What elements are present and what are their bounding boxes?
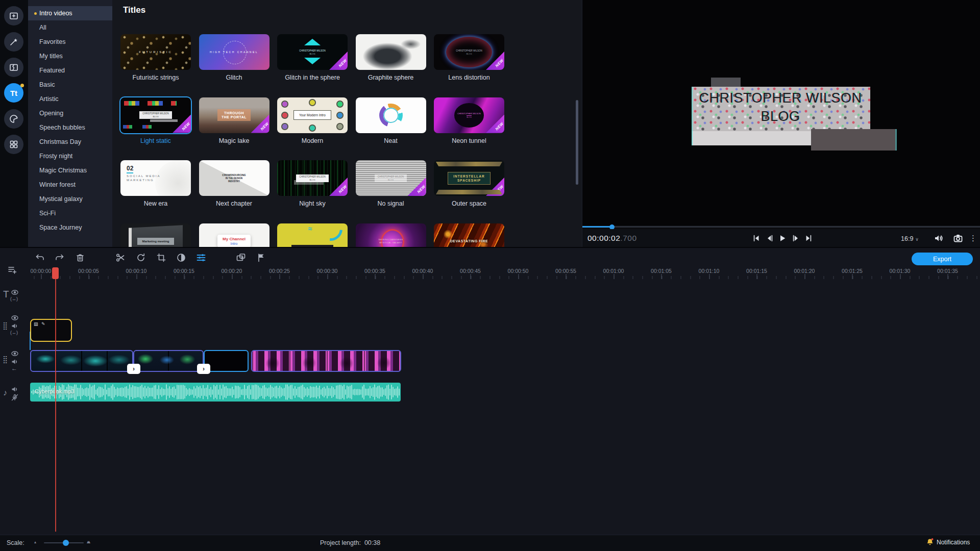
category-item-winter-forest[interactable]: Winter forest (28, 178, 112, 192)
transitions-button[interactable] (4, 58, 23, 77)
category-item-artistic[interactable]: Artistic (28, 92, 112, 106)
overlay-clip-button[interactable] (236, 253, 246, 263)
title-item-no-signal[interactable]: CHRISTOPHER WILSONBLOGNEWNo signal (356, 160, 426, 211)
thumbnail[interactable]: CHRISTOPHER WILSONBLOGNEW (277, 160, 348, 196)
zoom-in-icon[interactable]: ▴▴ (87, 539, 89, 544)
title-item-night-sky[interactable]: CHRISTOPHER WILSONBLOGNEWNight sky (277, 160, 348, 211)
category-item-speech-bubbles[interactable]: Speech bubbles (28, 120, 112, 135)
overlay-track-mute-icon[interactable] (11, 322, 19, 330)
grid-scrollbar[interactable] (576, 100, 578, 185)
title-item-yourlogo[interactable]: YOUR LOGO (277, 223, 348, 247)
category-item-featured[interactable]: Featured (28, 63, 112, 78)
preview-canvas[interactable]: CHRISTOPHER WILSON BLOG (582, 0, 980, 226)
thumbnail[interactable]: SHINING DARKNESSMYSTICAL GALAXY (356, 223, 426, 247)
title-track-link-icon[interactable]: (↔) (10, 296, 18, 302)
thumbnail[interactable]: My ChannelIntro (199, 223, 270, 247)
redo-button[interactable] (55, 253, 65, 263)
transition-indicator-2[interactable]: › (197, 364, 210, 374)
title-item-modern[interactable]: Your Modern IntroModern (277, 97, 348, 148)
thumbnail[interactable]: HIGH TECH CHANNEL (199, 34, 270, 70)
playhead-handle[interactable] (52, 267, 59, 279)
timeline-ruler[interactable]: 00:00:0000:00:0500:00:1000:00:1500:00:20… (0, 266, 980, 281)
category-item-all[interactable]: All (28, 20, 112, 35)
snapshot-camera-button[interactable] (953, 234, 963, 243)
category-item-christmas-day[interactable]: Christmas Day (28, 135, 112, 149)
overlay-track-link-icon[interactable]: (↔) (10, 330, 18, 335)
title-item-mychannel[interactable]: My ChannelIntro (199, 223, 270, 247)
title-item-marketing[interactable]: Marketing meeting (120, 223, 191, 247)
titles-button[interactable]: Tt (4, 83, 23, 103)
rotate-button[interactable] (136, 253, 146, 263)
stickers-button[interactable] (4, 109, 23, 129)
title-item-new-era[interactable]: 02SOCIAL MEDIAMARKETINGNew era (120, 160, 191, 211)
title-item-neon-tunnel[interactable]: CHRISTOPHER WILSONBLOGNEWNeon tunnel (434, 97, 504, 148)
title-item-lens-distortion[interactable]: CHRISTOPHER WILSONBLOGNEWLens distortion (434, 34, 504, 85)
volume-button[interactable] (934, 234, 944, 243)
title-item-light-static[interactable]: CHRISTOPHER WILSONBLOGNEWLight static (120, 97, 191, 148)
video-clip-1[interactable] (30, 350, 133, 372)
thumbnail[interactable]: Marketing meeting (120, 223, 191, 247)
title-track-visibility-icon[interactable] (11, 289, 19, 296)
video-clip-4[interactable] (251, 350, 401, 372)
crop-button[interactable] (156, 253, 166, 263)
title-clip[interactable]: ▤ ✎ (30, 319, 72, 342)
marker-flag-button[interactable] (256, 253, 266, 263)
play-button[interactable] (778, 234, 787, 242)
seek-track[interactable] (582, 226, 980, 228)
undo-button[interactable] (35, 253, 45, 263)
cut-button[interactable] (115, 253, 126, 263)
audio-clip[interactable]: Cyberpunk.mp3 (30, 383, 401, 402)
seek-bar[interactable] (582, 225, 980, 229)
category-item-basic[interactable]: Basic (28, 78, 112, 92)
notifications-button[interactable]: Notifications (926, 538, 970, 546)
more-tools-button[interactable] (4, 135, 23, 154)
thumbnail[interactable]: CHRISTOPHER WILSONBLOGNEW (356, 160, 426, 196)
thumbnail[interactable]: CHRISTOPHER WILSONBLOGNEW (434, 34, 504, 70)
category-item-my-titles[interactable]: My titles (28, 49, 112, 63)
thumbnail[interactable] (356, 97, 426, 133)
aspect-ratio-select[interactable]: 16:9∨ (901, 235, 919, 242)
zoom-out-icon[interactable]: ▴ (34, 540, 36, 544)
thumbnail[interactable]: THROUGHTHE PORTALNEW (199, 97, 270, 133)
delete-button[interactable] (75, 253, 85, 263)
transition-indicator-1[interactable]: › (127, 364, 140, 374)
title-item-fire[interactable]: DEVASTATING FIRE (434, 223, 504, 247)
thumbnail[interactable] (356, 34, 426, 70)
title-item-graphite-sphere[interactable]: Graphite sphere (356, 34, 426, 85)
overlay-track-visibility-icon[interactable] (11, 314, 19, 321)
audio-track-mic-muted-icon[interactable] (11, 394, 19, 401)
video-track-mute-icon[interactable] (11, 358, 19, 365)
thumbnail[interactable]: YOUR LOGO (277, 223, 348, 247)
title-item-next-chapter[interactable]: CROWDSOURCINGIN THE DESIGNINDUSTRYNext c… (199, 160, 270, 211)
category-item-frosty-night[interactable]: Frosty night (28, 149, 112, 163)
export-button[interactable]: Export (912, 253, 973, 265)
skip-to-start-button[interactable] (752, 234, 761, 242)
more-options-button[interactable]: ⋮ (969, 234, 977, 243)
title-item-futuristic-strings[interactable]: FUTURISTICFuturistic strings (120, 34, 191, 85)
next-frame-button[interactable] (791, 234, 800, 242)
category-item-magic-christmas[interactable]: Magic Christmas (28, 163, 112, 178)
color-adjustments-button[interactable] (176, 253, 186, 263)
title-item-glitch[interactable]: HIGH TECH CHANNELGlitch (199, 34, 270, 85)
title-item-magic-lake[interactable]: THROUGHTHE PORTALNEWMagic lake (199, 97, 270, 148)
category-item-space-journey[interactable]: Space Journey (28, 220, 112, 235)
category-item-mystical-galaxy[interactable]: Mystical galaxy (28, 192, 112, 206)
thumbnail[interactable]: CHRISTOPHER WILSONBLOGNEW (120, 97, 191, 133)
title-item-galaxy[interactable]: SHINING DARKNESSMYSTICAL GALAXY (356, 223, 426, 247)
video-clip-2[interactable] (133, 350, 204, 372)
thumbnail[interactable]: CHRISTOPHER WILSONBLOGNEW (277, 34, 348, 70)
clip-properties-button[interactable] (196, 253, 206, 263)
previous-frame-button[interactable] (765, 234, 774, 242)
thumbnail[interactable]: DEVASTATING FIRE (434, 223, 504, 247)
thumbnail[interactable]: FUTURISTIC (120, 34, 191, 70)
thumbnail[interactable]: CROWDSOURCINGIN THE DESIGNINDUSTRY (199, 160, 270, 196)
video-track-back-icon[interactable]: ← (11, 365, 17, 372)
filters-button[interactable] (4, 32, 23, 52)
skip-to-end-button[interactable] (804, 234, 813, 242)
video-clip-3[interactable] (204, 350, 249, 372)
category-item-opening[interactable]: Opening (28, 106, 112, 120)
thumbnail[interactable]: CHRISTOPHER WILSONBLOGNEW (434, 97, 504, 133)
category-item-sci-fi[interactable]: Sci-Fi (28, 206, 112, 220)
video-track-visibility-icon[interactable] (11, 350, 19, 357)
thumbnail[interactable]: 02SOCIAL MEDIAMARKETING (120, 160, 191, 196)
